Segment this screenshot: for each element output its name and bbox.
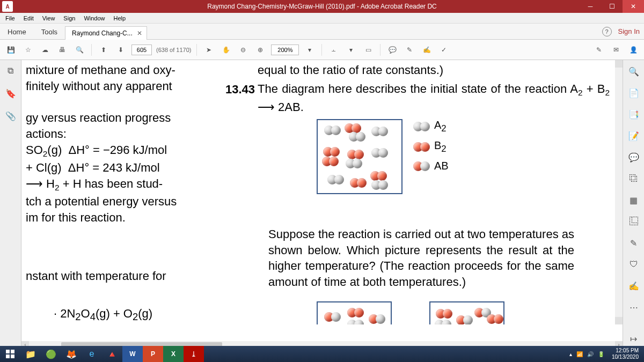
doc-text: tch a potential energy versus [26,194,219,210]
comment-tool-icon[interactable]: 💬 [627,150,641,164]
doc-text: · 2N2O4(g) + O2(g) [54,307,152,323]
menu-window[interactable]: Window [79,14,109,23]
fit-page-icon[interactable]: ▾ [345,43,357,56]
search-icon[interactable]: 🔍 [73,43,86,56]
thumbnails-icon[interactable]: ⧉ [4,64,17,77]
save-icon[interactable]: 💾 [4,43,17,56]
vertical-scrollbar[interactable] [615,60,623,324]
minimize-button[interactable]: ─ [580,0,601,13]
tab-document-label: Raymond Chang-C... [72,29,133,37]
redact-icon[interactable]: ✎ [627,236,641,250]
pointer-icon[interactable]: ➤ [202,43,215,56]
doc-text: Suppose the reaction is carried out at t… [268,226,574,290]
compress-icon[interactable]: ⿺ [627,215,641,228]
edit-pdf-icon[interactable]: 📝 [627,129,641,143]
close-button[interactable]: ✕ [623,0,644,13]
share-icon[interactable]: ✎ [592,43,605,56]
menu-view[interactable]: View [38,14,60,23]
tab-close-icon[interactable]: ✕ [137,29,142,37]
task-explorer-icon[interactable]: 📁 [20,346,41,362]
page-number-input[interactable] [131,45,152,55]
tray-up-icon[interactable]: ▴ [569,351,572,357]
tab-document[interactable]: Raymond Chang-C... ✕ [65,26,147,40]
doc-text: ⟶ H2 + H has been stud- [26,176,219,194]
task-powerpoint-icon[interactable]: P [143,346,163,362]
attachment-icon[interactable]: 📎 [4,109,17,122]
doc-text: The diagram here describes the initial s… [258,81,610,115]
svg-rect-0 [6,350,10,353]
page-down-icon[interactable]: ⬇ [114,43,127,56]
fill-sign-icon[interactable]: ✍ [627,279,641,293]
zoom-input[interactable] [271,45,299,55]
cloud-icon[interactable]: ☁ [39,43,52,56]
account-icon[interactable]: 👤 [627,43,640,56]
more-tools-icon[interactable]: ⋯ [627,300,641,314]
stamp-icon[interactable]: ✓ [437,43,450,56]
right-tools-rail: 🔍 📄 📑 📝 💬 ⿻ ▦ ⿺ ✎ 🛡 ✍ ⋯ [623,60,644,346]
menu-sign[interactable]: Sign [59,14,79,23]
doc-text: gy versus reaction progress [26,110,219,126]
email-icon[interactable]: ✉ [610,43,623,56]
doc-text: + Cl(g) ΔH° = 243 kJ/mol [26,160,219,176]
svg-rect-1 [11,350,14,353]
page-up-icon[interactable]: ⬆ [97,43,110,56]
export-pdf-icon[interactable]: 📄 [627,86,641,100]
zoom-dropdown-icon[interactable]: ▾ [303,43,316,56]
menu-file[interactable]: File [1,14,19,23]
doc-text: finitely without any apparent [26,78,219,94]
bookmark-icon[interactable]: 🔖 [4,87,17,100]
toolbar: 💾 ☆ ☁ 🖶 🔍 ⬆ ⬇ (638 of 1170) ➤ ✋ ⊖ ⊕ ▾ ⫠ … [0,40,644,60]
title-bar: A Raymond Chang-Chemistry-McGraw-Hill (2… [0,0,644,13]
expand-rail-icon[interactable]: ↦ [627,333,640,344]
doc-text: mixture of methane and oxy- [26,62,219,78]
window-title: Raymond Chang-Chemistry-McGraw-Hill (201… [207,3,437,10]
task-chrome-icon[interactable]: 🟢 [41,346,61,362]
star-icon[interactable]: ☆ [21,43,34,56]
task-acrobat-icon[interactable]: ⤓ [184,346,204,362]
protect-icon[interactable]: 🛡 [627,257,641,271]
system-tray: ▴ 📶 🔊 🔋 12:05 PM 10/13/2020 [569,346,644,362]
search-tool-icon[interactable]: 🔍 [627,64,641,78]
tray-network-icon[interactable]: 📶 [576,351,583,357]
read-mode-icon[interactable]: ▭ [362,43,375,56]
menu-bar: File Edit View Sign Window Help [0,13,644,24]
svg-rect-2 [6,354,10,358]
app-icon: A [2,1,13,12]
doc-text: SO2(g) ΔH° = −296 kJ/mol [26,142,219,160]
tab-bar: Home Tools Raymond Chang-C... ✕ ? Sign I… [0,24,644,40]
task-excel-icon[interactable]: X [163,346,184,362]
task-edge-icon[interactable]: e [82,346,102,362]
document-viewport[interactable]: mixture of methane and oxy- finitely wit… [21,60,623,346]
maximize-button[interactable]: ☐ [601,0,623,13]
doc-text: equal to the ratio of rate constants.) [258,62,610,78]
clock[interactable]: 12:05 PM 10/13/2020 [609,348,642,360]
help-icon[interactable]: ? [602,27,612,36]
tab-tools[interactable]: Tools [34,25,65,39]
left-panel-rail: ⧉ 🔖 📎 [0,60,21,346]
taskbar: 📁 🟢 🦊 e 🔺 W P X ⤓ ▴ 📶 🔊 🔋 12:05 PM 10/13… [0,346,644,362]
signature-icon[interactable]: ✍ [420,43,433,56]
create-pdf-icon[interactable]: 📑 [627,107,641,121]
sign-in-link[interactable]: Sign In [618,27,640,35]
menu-help[interactable]: Help [109,14,130,23]
fit-width-icon[interactable]: ⫠ [327,43,340,56]
svg-rect-3 [11,354,14,358]
page-total-label: (638 of 1170) [156,47,191,53]
task-word-icon[interactable]: W [122,346,143,362]
print-icon[interactable]: 🖶 [56,43,69,56]
menu-edit[interactable]: Edit [19,14,38,23]
start-button[interactable] [0,346,20,362]
task-vlc-icon[interactable]: 🔺 [102,346,122,362]
comment-icon[interactable]: 💬 [386,43,399,56]
tray-battery-icon[interactable]: 🔋 [598,351,604,357]
tab-home[interactable]: Home [0,25,34,39]
tray-volume-icon[interactable]: 🔊 [587,351,594,357]
combine-icon[interactable]: ⿻ [627,172,641,186]
organize-icon[interactable]: ▦ [627,193,641,207]
zoom-out-icon[interactable]: ⊖ [237,43,250,56]
hand-icon[interactable]: ✋ [219,43,232,56]
highlight-icon[interactable]: ✎ [403,43,416,56]
zoom-in-icon[interactable]: ⊕ [254,43,267,56]
task-firefox-icon[interactable]: 🦊 [61,346,82,362]
doc-text: actions: [26,126,219,142]
